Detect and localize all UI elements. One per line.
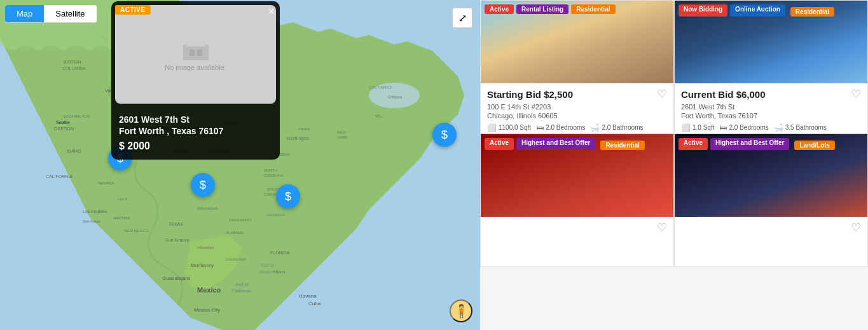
sqft-1: ⬜ 1100.0 Sqft xyxy=(487,123,531,132)
svg-text:Mexico: Mexico xyxy=(197,286,221,294)
svg-text:ONTARIO: ONTARIO xyxy=(369,85,392,90)
map-tab-map[interactable]: Map xyxy=(5,5,44,22)
listings-section: Active Rental Listing Residential Starti… xyxy=(480,0,868,330)
svg-text:Mo...: Mo... xyxy=(375,114,385,118)
svg-text:FLORIDA: FLORIDA xyxy=(270,251,290,255)
dollar-icon-2: $ xyxy=(200,179,206,192)
price-marker-3[interactable]: $ xyxy=(276,184,300,209)
expand-icon: ⤢ xyxy=(458,12,467,24)
listing-info-1: Starting Bid $2,500 ♡ 100 E 14th St #220… xyxy=(481,83,673,134)
svg-text:ALABAMA: ALABAMA xyxy=(226,231,244,235)
sqft-icon-1: ⬜ xyxy=(487,123,497,132)
svg-text:Ottawa: Ottawa xyxy=(388,95,402,99)
listing-image-3: Active Highest and Best Offer Residentia… xyxy=(481,134,673,217)
bathrooms-2: 🛁 3.5 Bathrooms xyxy=(774,123,827,132)
svg-text:YORK: YORK xyxy=(337,135,348,139)
listing-card-4[interactable]: Active Highest and Best Offer Land/Lots … xyxy=(674,134,868,267)
badge-now-bidding-2: Now Bidding xyxy=(679,4,727,17)
svg-text:OREGON: OREGON xyxy=(54,127,74,131)
popup-info: 2601 West 7th St Fort Worth , Texas 7610… xyxy=(111,107,280,160)
listing-image-1: Active Rental Listing Residential xyxy=(481,1,673,83)
bath-icon-2: 🛁 xyxy=(774,123,783,132)
map-expand-button[interactable]: ⤢ xyxy=(452,8,472,28)
svg-text:NORTH: NORTH xyxy=(264,168,277,172)
listing-bid-3: ♡ xyxy=(487,221,667,235)
badge-online-auction-2: Online Auction xyxy=(730,4,785,17)
favorite-button-1[interactable]: ♡ xyxy=(657,87,667,101)
favorite-button-3[interactable]: ♡ xyxy=(657,221,667,235)
svg-rect-57 xyxy=(197,50,202,56)
popup-price: $ 2000 xyxy=(119,141,272,152)
svg-text:ARIZONA: ARIZONA xyxy=(113,216,130,220)
svg-text:Houston: Houston xyxy=(197,245,214,250)
badge-rental-1: Rental Listing xyxy=(516,4,568,14)
listing-info-4: ♡ xyxy=(675,217,867,238)
badge-residential-1: Residential xyxy=(571,4,615,14)
badge-active-3: Active xyxy=(485,138,514,150)
listing-bid-2: Current Bid $6,000 ♡ xyxy=(681,87,861,101)
svg-rect-55 xyxy=(186,41,205,46)
svg-text:Las V...: Las V... xyxy=(118,197,130,201)
sqft-2: ⬜ 1.0 Sqft xyxy=(681,123,714,132)
svg-text:Monterrey: Monterrey xyxy=(191,263,214,268)
svg-text:Miami: Miami xyxy=(273,270,286,274)
listing-card-3[interactable]: Active Highest and Best Offer Residentia… xyxy=(480,134,674,267)
svg-text:Washington: Washington xyxy=(286,136,310,141)
svg-text:NEVADA: NEVADA xyxy=(99,181,114,185)
svg-text:CALIFORNIA: CALIFORNIA xyxy=(46,174,72,179)
map-section: ONTARIO Ottawa Mo... OREGON IDAHO CALIFO… xyxy=(0,0,480,330)
streetview-person-button[interactable]: 🧍 xyxy=(450,299,472,322)
bedrooms-1: 🛏 2.0 Bedrooms xyxy=(536,123,585,132)
svg-text:WASHINGTON: WASHINGTON xyxy=(64,114,90,118)
price-marker-4[interactable]: $ xyxy=(432,123,457,147)
listing-bid-1: Starting Bid $2,500 ♡ xyxy=(487,87,667,101)
listing-image-2: Now Bidding Online Auction Residential xyxy=(675,1,867,83)
listing-badges-1: Active Rental Listing Residential xyxy=(485,4,616,14)
listing-card-2[interactable]: Now Bidding Online Auction Residential C… xyxy=(674,0,868,134)
map-tab-satellite[interactable]: Satellite xyxy=(44,5,96,22)
svg-text:NEW: NEW xyxy=(337,130,346,134)
svg-text:Los Angeles: Los Angeles xyxy=(83,209,107,214)
svg-text:Mexico City: Mexico City xyxy=(194,307,220,313)
popup-address: 2601 West 7th St Fort Worth , Texas 7610… xyxy=(119,114,272,137)
bed-icon-1: 🛏 xyxy=(536,123,544,132)
badge-highest-best-3: Highest and Best Offer xyxy=(516,138,595,150)
favorite-button-2[interactable]: ♡ xyxy=(851,87,861,101)
svg-rect-54 xyxy=(183,45,209,60)
badge-active-1: Active xyxy=(485,4,514,14)
svg-text:MISSISSIPPI: MISSISSIPPI xyxy=(229,218,252,222)
map-tab-bar: Map Satellite xyxy=(5,5,97,23)
listing-card-1[interactable]: Active Rental Listing Residential Starti… xyxy=(480,0,674,134)
svg-text:San Antonio: San Antonio xyxy=(165,238,189,242)
listing-features-2: ⬜ 1.0 Sqft 🛏 2.0 Bedrooms 🛁 3.5 Bathroom… xyxy=(681,123,861,132)
svg-text:CAROLINA: CAROLINA xyxy=(264,174,284,177)
listing-info-2: Current Bid $6,000 ♡ 2601 West 7th St Fo… xyxy=(675,83,867,134)
svg-text:Havana: Havana xyxy=(299,293,317,299)
popup-image: No image available. xyxy=(115,5,276,104)
svg-text:Seattle: Seattle xyxy=(56,120,70,125)
listing-badges-2: Now Bidding Online Auction Residential xyxy=(679,4,834,17)
svg-text:Mexico: Mexico xyxy=(259,270,273,274)
svg-text:TEXAS: TEXAS xyxy=(169,222,183,226)
dollar-icon-4: $ xyxy=(441,128,448,142)
listing-badges-4: Active Highest and Best Offer Land/Lots xyxy=(679,138,835,150)
listing-features-1: ⬜ 1100.0 Sqft 🛏 2.0 Bedrooms 🛁 2.0 Bathr… xyxy=(487,123,667,132)
svg-text:Gulf of: Gulf of xyxy=(235,282,249,287)
badge-residential-2: Residential xyxy=(790,7,834,17)
listing-badges-3: Active Highest and Best Offer Residentia… xyxy=(485,138,645,150)
listing-image-4: Active Highest and Best Offer Land/Lots xyxy=(675,134,867,217)
svg-text:Gulf of: Gulf of xyxy=(261,263,274,268)
svg-text:Cuba: Cuba xyxy=(308,301,321,306)
svg-text:GEORGIA: GEORGIA xyxy=(267,213,285,217)
favorite-button-4[interactable]: ♡ xyxy=(851,221,861,235)
svg-text:COLUMBIA: COLUMBIA xyxy=(62,66,86,71)
svg-text:Guadalajara: Guadalajara xyxy=(162,275,190,281)
popup-active-badge: ACTIVE xyxy=(115,5,151,15)
price-marker-2[interactable]: $ xyxy=(191,173,215,197)
popup-close-button[interactable]: × xyxy=(268,5,275,18)
listing-info-3: ♡ xyxy=(481,217,673,238)
svg-text:IDAHO: IDAHO xyxy=(67,149,81,153)
svg-rect-56 xyxy=(189,50,195,56)
dollar-icon-3: $ xyxy=(285,190,291,203)
badge-highest-best-4: Highest and Best Offer xyxy=(710,138,789,150)
